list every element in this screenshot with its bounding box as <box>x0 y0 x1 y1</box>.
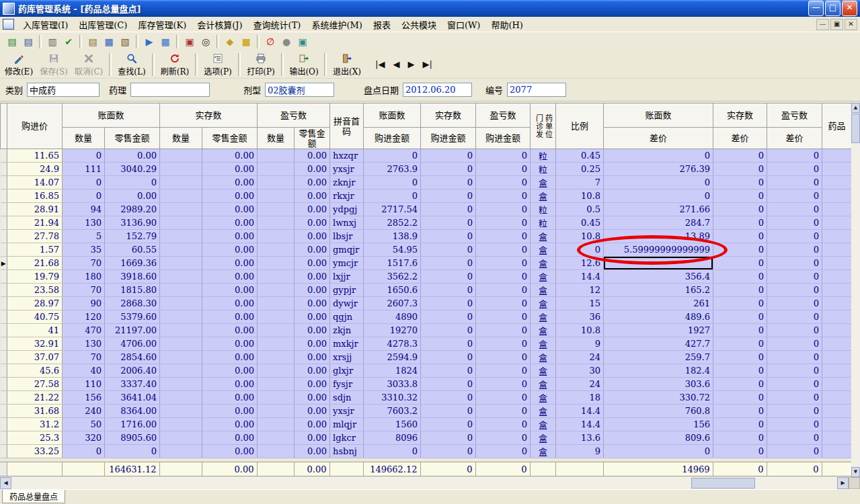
cancel-button[interactable]: 取消(C) <box>71 51 106 78</box>
cell[interactable]: 0 <box>604 149 713 163</box>
cell[interactable]: 489.6 <box>604 310 713 324</box>
cell[interactable]: 70 <box>63 257 105 270</box>
scroll-left-icon[interactable]: ◀ <box>0 477 11 489</box>
cell[interactable]: 0 <box>713 284 767 297</box>
menu-item[interactable]: 会计核算(J) <box>192 16 247 33</box>
number-input[interactable] <box>507 83 566 97</box>
cell[interactable]: 0 <box>713 324 767 337</box>
cell[interactable]: 0 <box>421 405 476 418</box>
cell[interactable]: 0 <box>476 243 531 257</box>
cell[interactable] <box>822 418 852 431</box>
cell[interactable]: 0 <box>421 176 476 190</box>
cell[interactable] <box>822 257 852 270</box>
cell[interactable]: 8096 <box>364 431 421 445</box>
cell[interactable]: 2854.60 <box>105 351 160 364</box>
cell[interactable]: 12 <box>556 284 604 297</box>
cell[interactable] <box>604 257 713 270</box>
cell[interactable]: 60.55 <box>105 243 160 257</box>
cell[interactable]: 130 <box>63 216 105 230</box>
cell[interactable]: 259.7 <box>604 351 713 364</box>
cell[interactable]: 0.00 <box>202 230 258 243</box>
cell[interactable]: 0 <box>421 216 476 230</box>
cell[interactable]: 0.00 <box>295 149 330 163</box>
cell[interactable]: 0.00 <box>202 163 258 176</box>
cell[interactable]: 0 <box>713 405 767 418</box>
cell[interactable]: 0.00 <box>202 391 258 405</box>
cell[interactable]: 0 <box>767 364 822 378</box>
cell[interactable]: 粒 <box>531 163 556 176</box>
cell[interactable]: 9 <box>556 445 604 458</box>
cell[interactable] <box>160 149 202 163</box>
cell[interactable]: 4890 <box>364 310 421 324</box>
cell[interactable] <box>160 364 202 378</box>
cell[interactable]: 0 <box>421 149 476 163</box>
cell[interactable]: zkjn <box>330 324 364 337</box>
cell[interactable]: 盒 <box>531 431 556 445</box>
cell[interactable] <box>160 324 202 337</box>
cell[interactable]: 0 <box>767 257 822 270</box>
cell[interactable]: 1927 <box>604 324 713 337</box>
cell[interactable]: 0 <box>421 284 476 297</box>
cell[interactable] <box>258 216 295 230</box>
cell[interactable]: gmqjr <box>330 243 364 257</box>
cell[interactable]: 0 <box>767 284 822 297</box>
cell[interactable]: 9 <box>556 337 604 351</box>
cell[interactable]: 40.75 <box>7 310 63 324</box>
cell[interactable]: 0 <box>713 351 767 364</box>
cell[interactable]: 0 <box>713 364 767 378</box>
cell[interactable]: 0 <box>713 418 767 431</box>
cell[interactable]: 28.97 <box>7 297 63 310</box>
cell[interactable]: 19270 <box>364 324 421 337</box>
cell[interactable]: 0.00 <box>202 284 258 297</box>
cell[interactable]: 10.8 <box>556 190 604 203</box>
save-button[interactable]: 保存(S) <box>36 51 71 78</box>
cell[interactable]: 0.45 <box>556 216 604 230</box>
cell[interactable]: 21.68 <box>7 257 63 270</box>
cell[interactable]: 21.94 <box>7 216 63 230</box>
cell[interactable] <box>822 391 852 405</box>
cell[interactable]: 0 <box>767 243 822 257</box>
cell[interactable]: 3562.2 <box>364 270 421 284</box>
cell[interactable]: 3918.60 <box>105 270 160 284</box>
cell[interactable]: 156 <box>604 418 713 431</box>
cell[interactable] <box>258 364 295 378</box>
refresh-button[interactable]: 刷新(R) <box>157 51 192 78</box>
cell[interactable] <box>822 431 852 445</box>
cell[interactable]: 18 <box>556 391 604 405</box>
options-button[interactable]: 选项(P) <box>200 51 235 78</box>
cell[interactable]: 0 <box>421 418 476 431</box>
cell[interactable]: 0.00 <box>295 203 330 216</box>
row-selector[interactable]: ▶ <box>1 257 7 270</box>
doc-edit-icon[interactable]: ▤ <box>21 34 36 49</box>
cell[interactable]: 8364.00 <box>105 405 160 418</box>
cell[interactable]: 0 <box>767 445 822 458</box>
cell[interactable]: 0 <box>713 230 767 243</box>
cell[interactable]: 25.3 <box>7 431 63 445</box>
cell[interactable]: 0 <box>421 310 476 324</box>
cell[interactable]: 0 <box>713 176 767 190</box>
row-selector[interactable] <box>1 378 7 391</box>
cell[interactable] <box>258 297 295 310</box>
cell[interactable]: 0.00 <box>295 230 330 243</box>
cell[interactable]: 0 <box>105 445 160 458</box>
cell[interactable]: 10.8 <box>556 324 604 337</box>
cell[interactable]: 盒 <box>531 378 556 391</box>
cell[interactable]: 30 <box>556 364 604 378</box>
record-icon[interactable]: ● <box>279 34 294 49</box>
row-selector[interactable] <box>1 310 7 324</box>
cell[interactable]: 0 <box>713 190 767 203</box>
cell[interactable]: 0.00 <box>202 149 258 163</box>
cell[interactable]: 111 <box>63 163 105 176</box>
cell[interactable]: 33.25 <box>7 445 63 458</box>
cell[interactable]: 1560 <box>364 418 421 431</box>
cell[interactable]: 0 <box>476 364 531 378</box>
cell[interactable]: 0 <box>364 190 421 203</box>
cell[interactable]: 7603.2 <box>364 405 421 418</box>
cell[interactable]: 0.00 <box>105 149 160 163</box>
cell[interactable]: glxjr <box>330 364 364 378</box>
menu-item[interactable]: 窗口(W) <box>442 16 486 33</box>
cell[interactable] <box>822 337 852 351</box>
cell[interactable]: 0.00 <box>295 405 330 418</box>
notepad-edit-icon[interactable]: ▧ <box>118 34 132 49</box>
cell[interactable]: 盒 <box>531 297 556 310</box>
